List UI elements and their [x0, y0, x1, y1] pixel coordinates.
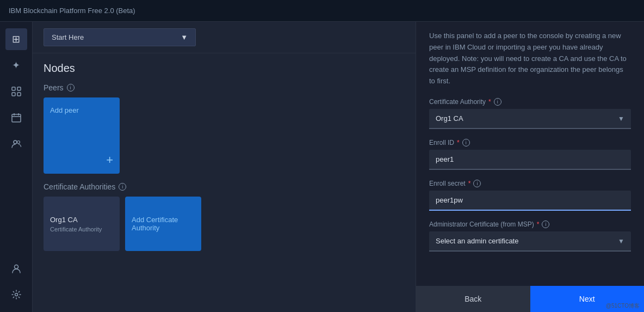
sidebar: ⊞ ✦: [0, 22, 33, 312]
ca-info-icon[interactable]: i: [119, 183, 126, 191]
ca-select[interactable]: Org1 CA: [429, 109, 631, 129]
ca-form-label: Certificate Authority * i: [429, 98, 631, 106]
sidebar-item-grid[interactable]: ⊞: [5, 28, 27, 50]
nodes-section: Nodes Peers i Add peer +: [33, 53, 416, 174]
enroll-id-label-text: Enroll ID: [429, 139, 454, 146]
add-peer-label: Add peer: [50, 106, 79, 114]
start-here-dropdown[interactable]: Start Here ▼: [44, 28, 196, 46]
admin-cert-label-text: Administrator Certificate (from MSP): [429, 221, 534, 228]
enroll-secret-label: Enroll secret * i: [429, 180, 631, 187]
peers-cards: Add peer +: [44, 97, 405, 174]
nodes-title: Nodes: [44, 62, 405, 75]
admin-cert-group: Administrator Certificate (from MSP) * i…: [429, 221, 631, 252]
certificate-authority-group: Certificate Authority * i Org1 CA ▼: [429, 98, 631, 129]
enroll-id-required: *: [457, 139, 460, 146]
svg-rect-2: [12, 93, 15, 96]
svg-point-10: [14, 265, 18, 269]
add-ca-card[interactable]: Add Certificate Authority: [125, 197, 201, 251]
org1-ca-sub: Certificate Authority: [50, 226, 113, 233]
content-area: Start Here ▼ Nodes Peers i Add peer + Ce…: [33, 22, 416, 312]
panel-description: Use this panel to add a peer to the cons…: [429, 30, 631, 87]
chevron-down-icon: ▼: [181, 33, 188, 41]
watermark: @51CTO博客: [606, 302, 640, 310]
enroll-id-group: Enroll ID * i: [429, 139, 631, 170]
ca-section: Certificate Authorities i Org1 CA Certif…: [33, 182, 416, 251]
top-bar: IBM Blockchain Platform Free 2.0 (Beta): [0, 0, 644, 22]
sidebar-item-user[interactable]: [5, 258, 27, 279]
ca-field-info-icon[interactable]: i: [494, 98, 501, 106]
svg-rect-3: [17, 93, 21, 96]
enroll-id-input[interactable]: [429, 150, 631, 170]
sidebar-item-calendar[interactable]: [5, 107, 27, 129]
enroll-secret-label-text: Enroll secret: [429, 180, 466, 187]
right-panel: Use this panel to add a peer to the cons…: [416, 22, 644, 312]
add-ca-label: Add Certificate Authority: [132, 216, 195, 232]
ca-required: *: [488, 98, 491, 106]
ca-cards: Org1 CA Certificate Authority Add Certif…: [44, 197, 405, 251]
back-button[interactable]: Back: [416, 286, 530, 312]
ca-label-row: Certificate Authorities i: [44, 182, 405, 191]
admin-cert-select[interactable]: Select an admin certificate: [429, 231, 631, 252]
svg-rect-4: [12, 114, 21, 122]
admin-cert-select-wrapper: Select an admin certificate ▼: [429, 231, 631, 252]
enroll-secret-info-icon[interactable]: i: [473, 180, 481, 187]
ca-text: Certificate Authorities: [44, 182, 115, 191]
add-peer-plus-icon: +: [106, 153, 113, 167]
admin-cert-info-icon[interactable]: i: [542, 221, 549, 228]
enroll-secret-required: *: [468, 180, 471, 187]
main-layout: ⊞ ✦: [0, 22, 644, 312]
org1-ca-card[interactable]: Org1 CA Certificate Authority: [44, 197, 120, 251]
sidebar-item-components[interactable]: [5, 81, 27, 102]
add-peer-card[interactable]: Add peer +: [44, 97, 120, 174]
svg-point-9: [17, 141, 20, 144]
panel-body: Use this panel to add a peer to the cons…: [416, 22, 644, 286]
enroll-id-label: Enroll ID * i: [429, 139, 631, 146]
dropdown-label: Start Here: [52, 33, 84, 41]
peers-info-icon[interactable]: i: [67, 84, 75, 91]
org1-ca-name: Org1 CA: [50, 216, 113, 224]
app-title: IBM Blockchain Platform Free 2.0 (Beta): [9, 7, 135, 15]
ca-select-wrapper: Org1 CA ▼: [429, 109, 631, 129]
sidebar-bottom: [5, 258, 27, 305]
dropdown-bar: Start Here ▼: [33, 22, 416, 53]
sidebar-item-members[interactable]: [5, 133, 27, 155]
peers-label: Peers i: [44, 83, 405, 92]
sidebar-item-network[interactable]: ✦: [5, 54, 27, 76]
svg-point-11: [15, 293, 17, 296]
ca-label-text: Certificate Authority: [429, 98, 486, 106]
enroll-secret-group: Enroll secret * i: [429, 180, 631, 211]
admin-cert-required: *: [537, 221, 540, 228]
svg-point-8: [14, 140, 17, 144]
svg-rect-0: [12, 87, 15, 90]
enroll-id-info-icon[interactable]: i: [462, 139, 470, 146]
svg-rect-1: [17, 87, 21, 90]
sidebar-item-settings[interactable]: [5, 284, 27, 305]
enroll-secret-input[interactable]: [429, 191, 631, 211]
peers-text: Peers: [44, 83, 64, 92]
admin-cert-label: Administrator Certificate (from MSP) * i: [429, 221, 631, 228]
